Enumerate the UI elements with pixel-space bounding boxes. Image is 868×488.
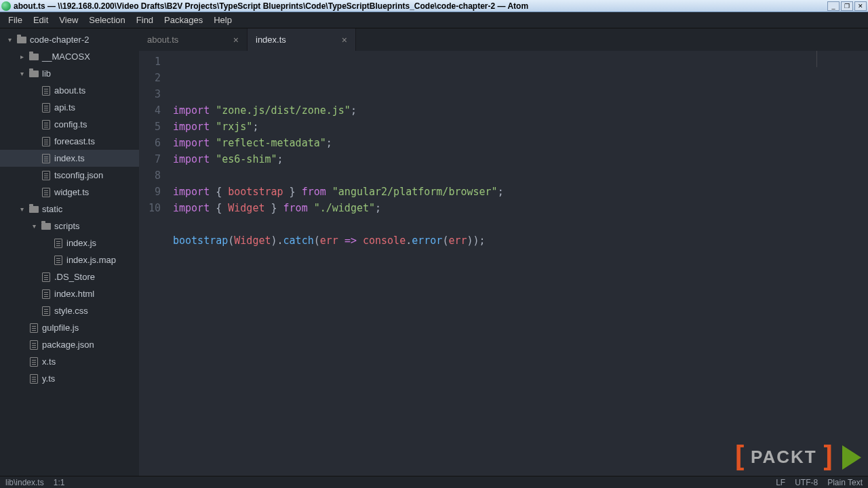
file-icon xyxy=(53,239,64,248)
tree-file-widget-ts[interactable]: widget.ts xyxy=(0,184,139,201)
tree-label: style.css xyxy=(54,306,88,316)
tree-label: about.ts xyxy=(54,85,85,96)
file-icon xyxy=(28,323,39,333)
code-line[interactable] xyxy=(173,249,868,265)
line-number: 2 xyxy=(139,70,161,86)
tree-file-index-js[interactable]: index.js xyxy=(0,235,139,251)
tree-file-gulpfile-js[interactable]: gulpfile.js xyxy=(0,319,139,336)
menu-view[interactable]: View xyxy=(54,15,83,25)
file-icon xyxy=(28,374,39,384)
line-number: 3 xyxy=(139,86,161,102)
file-icon xyxy=(41,188,52,197)
code-line[interactable]: import "es6-shim"; xyxy=(173,151,868,167)
tree-file-index-ts[interactable]: index.ts xyxy=(0,150,139,167)
tree-folder-lib[interactable]: ▾lib xyxy=(0,65,139,82)
window-controls: _ ❐ ✕ xyxy=(827,1,867,11)
editor-area: about.ts×index.ts× 12345678910 import "z… xyxy=(139,28,868,476)
tree-label: code-chapter-2 xyxy=(30,35,89,45)
code-line[interactable]: import "reflect-metadata"; xyxy=(173,135,868,151)
file-icon xyxy=(28,340,39,350)
file-icon xyxy=(41,171,52,180)
line-number: 7 xyxy=(139,151,161,167)
file-tree[interactable]: ▾code-chapter-2▸__MACOSX▾libabout.tsapi.… xyxy=(0,28,139,476)
tab-bar: about.ts×index.ts× xyxy=(139,28,868,51)
tree-file-tsconfig-json[interactable]: tsconfig.json xyxy=(0,167,139,184)
tab-about-ts[interactable]: about.ts× xyxy=(139,28,248,51)
chevron-icon[interactable]: ▾ xyxy=(18,205,26,213)
menu-edit[interactable]: Edit xyxy=(28,15,54,25)
code-line[interactable]: import "zone.js/dist/zone.js"; xyxy=(173,102,868,119)
tree-folder-scripts[interactable]: ▾scripts xyxy=(0,218,139,235)
code-content[interactable]: import "zone.js/dist/zone.js";import "rx… xyxy=(169,51,868,476)
maximize-button[interactable]: ❐ xyxy=(841,1,853,11)
tree-file--ds-store[interactable]: .DS_Store xyxy=(0,268,139,285)
chevron-icon[interactable]: ▾ xyxy=(30,222,38,230)
line-number: 8 xyxy=(139,167,161,184)
tree-file-y-ts[interactable]: y.ts xyxy=(0,370,139,387)
line-gutter: 12345678910 xyxy=(139,51,169,476)
close-icon[interactable]: × xyxy=(334,35,347,45)
close-button[interactable]: ✕ xyxy=(854,1,867,11)
menu-selection[interactable]: Selection xyxy=(83,15,130,25)
tree-label: forecast.ts xyxy=(54,136,95,146)
chevron-icon[interactable]: ▸ xyxy=(18,53,26,60)
file-icon xyxy=(41,289,52,299)
code-line[interactable]: bootstrap(Widget).catch(err => console.e… xyxy=(173,232,868,249)
code-line[interactable] xyxy=(173,167,868,184)
code-line[interactable]: import { Widget } from "./widget"; xyxy=(173,200,868,216)
line-number: 5 xyxy=(139,119,161,135)
status-grammar[interactable]: Plain Text xyxy=(827,478,863,487)
tree-label: y.ts xyxy=(42,373,55,384)
tree-folder-code-chapter-2[interactable]: ▾code-chapter-2 xyxy=(0,31,139,48)
chevron-icon[interactable]: ▾ xyxy=(5,36,14,43)
tree-file-about-ts[interactable]: about.ts xyxy=(0,82,139,99)
minimize-button[interactable]: _ xyxy=(827,1,840,11)
statusbar: lib\index.ts 1:1 LF UTF-8 Plain Text xyxy=(0,476,868,488)
tab-index-ts[interactable]: index.ts× xyxy=(248,28,356,51)
atom-app-icon xyxy=(1,1,11,11)
code-editor[interactable]: 12345678910 import "zone.js/dist/zone.js… xyxy=(139,51,868,476)
tree-file-style-css[interactable]: style.css xyxy=(0,302,139,319)
menubar: FileEditViewSelectionFindPackagesHelp xyxy=(0,12,868,28)
line-number: 1 xyxy=(139,54,161,70)
menu-find[interactable]: Find xyxy=(131,15,159,25)
menu-packages[interactable]: Packages xyxy=(159,15,208,25)
status-path[interactable]: lib\index.ts xyxy=(5,478,44,487)
chevron-icon[interactable]: ▾ xyxy=(18,70,26,77)
tree-label: static xyxy=(42,204,62,214)
tree-file-index-html[interactable]: index.html xyxy=(0,285,139,302)
tree-label: lib xyxy=(42,68,51,79)
wrap-guide xyxy=(816,51,817,67)
tree-label: package.json xyxy=(42,340,94,350)
close-icon[interactable]: × xyxy=(225,35,239,45)
line-number: 4 xyxy=(139,102,161,119)
tree-file-forecast-ts[interactable]: forecast.ts xyxy=(0,133,139,150)
menu-help[interactable]: Help xyxy=(208,15,237,25)
code-line[interactable]: import "rxjs"; xyxy=(173,119,868,135)
file-icon xyxy=(41,272,52,282)
tree-label: index.html xyxy=(54,289,94,299)
window-title: about.ts — \\192.168.0.200\Video Drafts\… xyxy=(14,1,827,11)
tree-label: api.ts xyxy=(54,102,75,113)
tree-folder-static[interactable]: ▾static xyxy=(0,201,139,218)
tab-label: index.ts xyxy=(256,35,286,45)
titlebar: about.ts — \\192.168.0.200\Video Drafts\… xyxy=(0,0,868,12)
menu-file[interactable]: File xyxy=(3,15,28,25)
code-line[interactable]: import { bootstrap } from "angular2/plat… xyxy=(173,184,868,200)
status-cursor[interactable]: 1:1 xyxy=(54,478,65,487)
code-line[interactable] xyxy=(173,216,868,232)
tree-file-x-ts[interactable]: x.ts xyxy=(0,353,139,370)
tree-label: __MACOSX xyxy=(42,52,90,62)
file-icon xyxy=(41,103,52,113)
tree-file-package-json[interactable]: package.json xyxy=(0,336,139,353)
status-encoding[interactable]: UTF-8 xyxy=(795,478,818,487)
tree-file-api-ts[interactable]: api.ts xyxy=(0,99,139,116)
folder-icon xyxy=(16,37,27,43)
tree-file-config-ts[interactable]: config.ts xyxy=(0,116,139,133)
file-icon xyxy=(41,120,52,129)
file-icon xyxy=(41,137,52,146)
tree-file-index-js-map[interactable]: index.js.map xyxy=(0,251,139,268)
tree-label: .DS_Store xyxy=(54,272,95,282)
tree-folder---macosx[interactable]: ▸__MACOSX xyxy=(0,48,139,65)
status-line-ending[interactable]: LF xyxy=(776,478,785,487)
